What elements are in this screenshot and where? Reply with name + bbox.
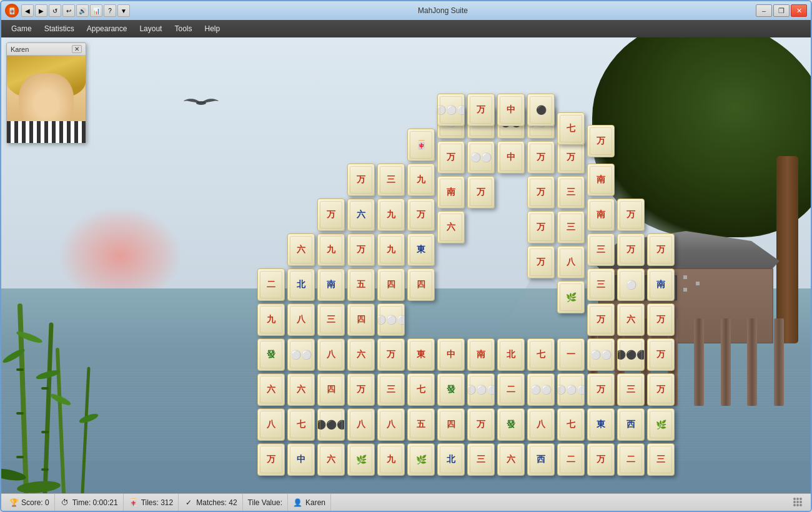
tile[interactable]: 三: [377, 164, 405, 196]
tile[interactable]: 東: [587, 408, 615, 441]
resize-grip[interactable]: [793, 498, 803, 508]
tile[interactable]: 万: [347, 234, 375, 266]
tile[interactable]: 🌿: [557, 281, 585, 313]
tile[interactable]: 万: [317, 199, 345, 231]
tile[interactable]: 三: [587, 268, 615, 301]
toolbar-undo[interactable]: ↩: [62, 4, 75, 17]
tile[interactable]: 北: [497, 338, 525, 371]
tile[interactable]: 四: [407, 268, 435, 301]
tile[interactable]: 万: [587, 303, 615, 336]
tile[interactable]: 万: [647, 373, 675, 406]
tile[interactable]: 四: [437, 408, 465, 441]
toolbar-sound[interactable]: 🔊: [76, 4, 89, 17]
tile[interactable]: 五: [347, 268, 375, 301]
tile[interactable]: 南: [587, 164, 615, 196]
tile[interactable]: 八: [377, 408, 405, 441]
tile[interactable]: 南: [467, 338, 495, 371]
tile[interactable]: ⚪⚪⚪: [377, 303, 405, 336]
tile[interactable]: 北: [287, 268, 315, 301]
menu-appearance[interactable]: Appearance: [81, 22, 134, 36]
tile[interactable]: 二: [617, 443, 645, 476]
tile[interactable]: 九: [377, 199, 405, 231]
tile[interactable]: 二: [257, 268, 285, 301]
tile[interactable]: 七: [557, 112, 585, 145]
tile[interactable]: 万: [587, 125, 615, 157]
tile[interactable]: 万: [527, 246, 555, 278]
tile[interactable]: 三: [647, 443, 675, 476]
tile[interactable]: 六: [287, 234, 315, 266]
tile[interactable]: 六: [497, 443, 525, 476]
tile[interactable]: 🀄: [407, 129, 435, 161]
tile[interactable]: 南: [437, 176, 465, 209]
tile[interactable]: 万: [647, 234, 675, 266]
tile[interactable]: 九: [377, 234, 405, 266]
tile[interactable]: ⚪⚪⚪: [467, 373, 495, 406]
tile[interactable]: 發: [497, 408, 525, 441]
tile[interactable]: 三: [377, 373, 405, 406]
tile[interactable]: 万: [527, 211, 555, 244]
tile[interactable]: 南: [587, 199, 615, 231]
tile[interactable]: 三: [617, 373, 645, 406]
tile[interactable]: 🌿: [347, 443, 375, 476]
tile[interactable]: 三: [557, 176, 585, 209]
tile[interactable]: 七: [557, 408, 585, 441]
tile[interactable]: 九: [317, 234, 345, 266]
tile[interactable]: 西: [527, 443, 555, 476]
tile[interactable]: 八: [287, 303, 315, 336]
tile[interactable]: 七: [287, 408, 315, 441]
tile[interactable]: 九: [407, 164, 435, 196]
tile[interactable]: 八: [317, 338, 345, 371]
player-card-close[interactable]: ✕: [72, 45, 82, 53]
toolbar-back[interactable]: ◀: [21, 4, 34, 17]
tile[interactable]: 六: [437, 211, 465, 244]
tile[interactable]: 二: [557, 443, 585, 476]
tile[interactable]: 八: [257, 408, 285, 441]
tile[interactable]: 四: [377, 268, 405, 301]
tile[interactable]: 七: [527, 338, 555, 371]
tile[interactable]: 中: [497, 141, 525, 174]
tile[interactable]: ⚪⚪⚪: [557, 373, 585, 406]
tile[interactable]: 万: [647, 338, 675, 371]
tile[interactable]: 發: [437, 373, 465, 406]
tile[interactable]: 万: [467, 94, 495, 126]
tile[interactable]: 万: [407, 199, 435, 231]
tile[interactable]: 八: [527, 408, 555, 441]
tile[interactable]: 發: [257, 338, 285, 371]
tile[interactable]: 万: [647, 303, 675, 336]
tile[interactable]: 万: [617, 199, 645, 231]
tile[interactable]: 六: [347, 199, 375, 231]
tile[interactable]: 三: [557, 211, 585, 244]
tile[interactable]: 万: [347, 373, 375, 406]
tile[interactable]: 三: [587, 234, 615, 266]
tile[interactable]: 西: [617, 408, 645, 441]
menu-game[interactable]: Game: [5, 22, 38, 36]
tile[interactable]: 万: [437, 141, 465, 174]
tile[interactable]: ⚪⚪: [287, 338, 315, 371]
tile[interactable]: 万: [617, 234, 645, 266]
tile[interactable]: ⚪⚪: [587, 338, 615, 371]
toolbar-more[interactable]: ▼: [117, 4, 130, 17]
tile[interactable]: 四: [317, 373, 345, 406]
tile[interactable]: 万: [467, 176, 495, 209]
tile[interactable]: 中: [497, 94, 525, 126]
tile[interactable]: 万: [257, 443, 285, 476]
tile[interactable]: 南: [647, 268, 675, 301]
tile[interactable]: ⚪⚪⚪: [437, 94, 465, 126]
tile[interactable]: 万: [587, 443, 615, 476]
restore-button[interactable]: ❐: [773, 4, 790, 17]
tile[interactable]: 六: [287, 373, 315, 406]
tile[interactable]: ⚫: [527, 94, 555, 126]
tile[interactable]: 一: [557, 338, 585, 371]
tile[interactable]: 中: [287, 443, 315, 476]
tile[interactable]: 八: [557, 246, 585, 278]
tile[interactable]: 万: [587, 373, 615, 406]
tile[interactable]: 四: [347, 303, 375, 336]
tile[interactable]: 六: [617, 303, 645, 336]
toolbar-stats[interactable]: 📊: [90, 4, 102, 17]
tile[interactable]: 九: [257, 303, 285, 336]
tile[interactable]: 三: [317, 303, 345, 336]
menu-layout[interactable]: Layout: [133, 22, 168, 36]
tile[interactable]: 万: [557, 141, 585, 174]
tile[interactable]: 万: [527, 176, 555, 209]
tile[interactable]: 万: [347, 164, 375, 196]
